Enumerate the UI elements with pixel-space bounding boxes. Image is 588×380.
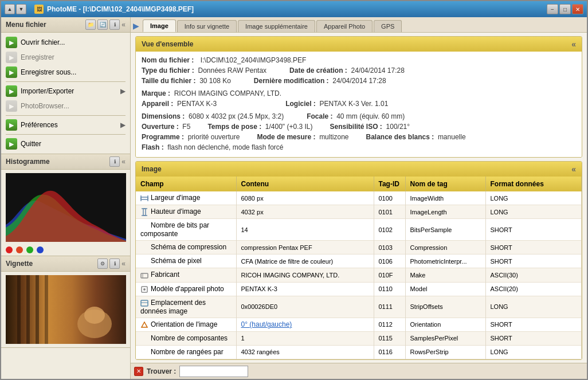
image-table-collapse[interactable]: «	[571, 164, 576, 174]
vue-ensemble-collapse[interactable]: «	[571, 40, 576, 49]
svg-point-6	[84, 307, 105, 324]
derniere-modif-value: 24/04/2014 17:28	[332, 77, 386, 85]
vignette-title: Vignette	[6, 260, 33, 268]
cell-champ: Largeur d'image	[136, 191, 236, 205]
svg-rect-10	[143, 209, 146, 216]
main-layout: Menu fichier 📁 🔄 ℹ « ▶ Ouvrir fichier...	[1, 17, 587, 379]
app-icon: 🖼	[34, 5, 44, 14]
flash-value: flash non déclenché, mode flash forcé	[167, 143, 283, 151]
table-row: Schéma de pixelCFA (Matrice de filtre de…	[136, 254, 582, 268]
vue-ensemble-title: Vue d'ensemble	[142, 40, 193, 48]
nom-fichier-label: Nom du fichier :	[142, 56, 194, 64]
tab-info-vignette[interactable]: Info sur vignette	[177, 20, 237, 32]
cell-contenu: 1	[236, 331, 374, 345]
histogram-dots	[1, 245, 130, 256]
cell-champ: Schéma de compression	[136, 241, 236, 254]
svg-rect-3	[36, 275, 39, 344]
table-row: Hauteur d'image4032 px0101ImageLengthLON…	[136, 205, 582, 219]
maximize-btn[interactable]: □	[559, 4, 571, 14]
ouverture-label: Ouverture :	[142, 123, 179, 131]
champ-text: Schéma de pixel	[151, 257, 202, 265]
minimize-btn[interactable]: −	[547, 4, 558, 14]
table-body: Largeur d'image6080 px0100ImageWidthLONG…	[136, 191, 582, 359]
quitter-label: Quitter	[21, 140, 41, 148]
menu-icon-btn3[interactable]: ℹ	[109, 19, 120, 30]
vue-ensemble-section: Vue d'ensemble « Nom du fichier : I:\DCI…	[135, 36, 582, 158]
svg-rect-2	[26, 275, 30, 344]
find-input[interactable]	[179, 366, 248, 377]
menu-item-preferences[interactable]: ▶ Préférences ▶	[1, 117, 130, 132]
cell-format: ASCII(20)	[485, 282, 582, 296]
mode-mesure-row: Mode de mesure : multizone	[257, 133, 348, 141]
sensibilite-value: 100/21°	[386, 123, 410, 131]
cell-nom-tag: Compression	[405, 241, 485, 254]
vignette-icon-btn[interactable]: ⚙	[97, 258, 108, 269]
row-icon	[140, 348, 148, 357]
menu-item-enregistrer-sous[interactable]: ▶ Enregistrer sous...	[1, 65, 130, 80]
tab-appareil-photo[interactable]: Appareil Photo	[316, 20, 373, 32]
cell-champ: Modèle d'appareil photo	[136, 282, 236, 296]
cell-nom-tag: RowsPerStrip	[405, 345, 485, 359]
menu-item-ouvrir[interactable]: ▶ Ouvrir fichier...	[1, 35, 130, 50]
enregistrer-sous-icon: ▶	[6, 66, 17, 78]
quitter-icon: ▶	[6, 138, 17, 150]
hist-dot-orange[interactable]	[16, 246, 23, 253]
vue-ensemble-body: Nom du fichier : I:\DCIM\102_2404\IMGP34…	[136, 52, 582, 157]
tab-image-supplementaire[interactable]: Image supplémentaire	[238, 20, 315, 32]
menu-icon-btn2[interactable]: 🔄	[97, 19, 108, 30]
hist-dot-blue[interactable]	[37, 246, 44, 253]
close-btn[interactable]: ✕	[572, 4, 583, 14]
appareil-label: Appareil :	[142, 100, 173, 108]
menu-sep-3	[6, 134, 126, 135]
champ-text: Emplacement des données image	[140, 299, 206, 315]
menu-collapse-icon[interactable]: «	[121, 21, 126, 29]
col-nom-tag: Nom de tag	[405, 177, 485, 191]
row-icon	[140, 244, 148, 252]
scroll-up-btn[interactable]: ▲	[5, 4, 15, 14]
cell-tag-id: 0112	[374, 318, 405, 331]
tab-gps[interactable]: GPS	[374, 20, 402, 32]
logiciel-label: Logiciel :	[285, 100, 316, 108]
taille-fichier-row: Taille du fichier : 30 108 Ko	[142, 77, 231, 85]
menu-item-photobrowser[interactable]: ▶ PhotoBrowser...	[1, 99, 130, 113]
contenu-link[interactable]: 0° (haut/gauche)	[241, 320, 292, 328]
derniere-modif-row: Dernière modification : 24/04/2014 17:28	[254, 77, 386, 85]
vignette-info-btn[interactable]: ℹ	[109, 258, 120, 269]
mode-mesure-value: multizone	[319, 133, 348, 141]
menu-icon-btn1[interactable]: 📁	[85, 19, 96, 30]
histogram-canvas	[6, 173, 126, 242]
cell-nom-tag: BitsPerSample	[405, 219, 485, 241]
mode-mesure-label: Mode de mesure :	[257, 133, 315, 141]
balance-value: manuelle	[438, 133, 466, 141]
cell-tag-id: 0110	[374, 282, 405, 296]
histogram-info-btn[interactable]: ℹ	[109, 156, 120, 167]
row-icon	[140, 222, 148, 230]
cell-tag-id: 0116	[374, 345, 405, 359]
row-icon	[140, 285, 148, 293]
cell-format: SHORT	[485, 219, 582, 241]
sidebar: Menu fichier 📁 🔄 ℹ « ▶ Ouvrir fichier...	[1, 17, 131, 379]
cell-tag-id: 0102	[374, 219, 405, 241]
hist-dot-red[interactable]	[6, 246, 13, 253]
scroll-panel[interactable]: Vue d'ensemble « Nom du fichier : I:\DCI…	[131, 33, 587, 363]
image-table-title: Image	[142, 165, 162, 173]
vignette-collapse[interactable]: «	[121, 260, 126, 268]
hist-dot-green[interactable]	[26, 246, 33, 253]
menu-item-enregistrer[interactable]: ▶ Enregistrer	[1, 50, 130, 65]
tab-image[interactable]: Image	[143, 19, 176, 32]
menu-item-importer[interactable]: ▶ Importer/Exporter ▶	[1, 84, 130, 99]
find-close-btn[interactable]: ✕	[134, 367, 143, 376]
table-row: Emplacement des données image0x00026DE00…	[136, 296, 582, 318]
vignette-section: Vignette ⚙ ℹ «	[1, 256, 130, 348]
marque-value: RICOH IMAGING COMPANY, LTD.	[174, 89, 281, 97]
scroll-down-btn[interactable]: ▼	[16, 4, 26, 14]
champ-text: Schéma de compression	[151, 243, 226, 251]
histogram-collapse[interactable]: «	[121, 158, 126, 166]
marque-label: Marque :	[142, 89, 170, 97]
row-icon	[140, 299, 148, 307]
tab-arrow-icon[interactable]: ▶	[133, 21, 139, 30]
type-fichier-row: Type du fichier : Données RAW Pentax	[142, 66, 266, 75]
cell-contenu: CFA (Matrice de filtre de couleur)	[236, 254, 374, 268]
menu-item-quitter[interactable]: ▶ Quitter	[1, 136, 130, 151]
photobrowser-label: PhotoBrowser...	[21, 102, 69, 110]
